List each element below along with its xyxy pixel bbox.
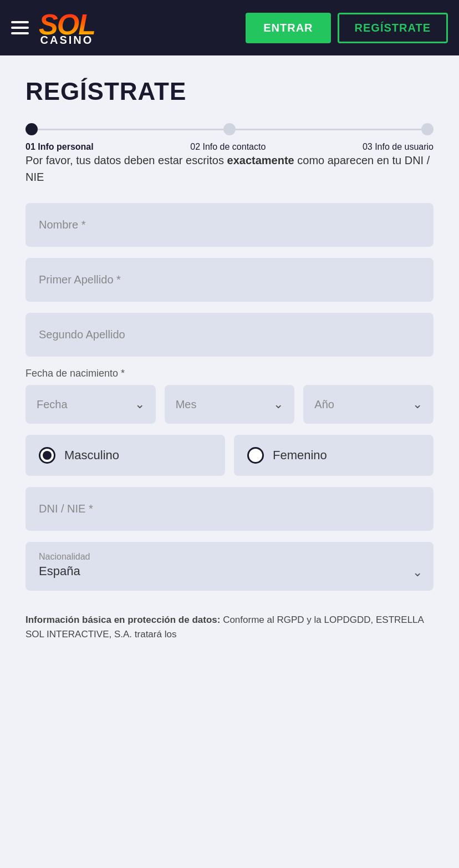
notice-bold: exactamente [227,154,294,166]
logo[interactable]: SOL CASINO [39,10,95,45]
step-2-label: 02 Info de contacto [190,142,266,152]
hamburger-line-3 [11,32,29,34]
femenino-option[interactable]: Femenino [234,435,434,476]
hamburger-line-2 [11,27,29,29]
header-left: SOL CASINO [11,10,95,45]
logo-casino: CASINO [40,34,94,45]
nacionalidad-field-label: Nacionalidad [39,552,420,562]
fecha-select[interactable]: Fecha ⌄ [26,385,156,424]
femenino-label: Femenino [273,448,327,463]
step-line-1 [38,129,223,130]
masculino-label: Masculino [64,448,119,463]
primer-apellido-input[interactable] [26,258,434,302]
primer-apellido-group [26,258,434,302]
fecha-chevron-icon: ⌄ [135,397,145,412]
segundo-apellido-group [26,313,434,357]
hamburger-menu[interactable] [11,21,29,34]
masculino-radio[interactable] [39,447,55,464]
header-buttons: ENTRAR REGÍSTRATE [246,13,448,43]
step-1-dot [26,123,38,135]
page-title: REGÍSTRATE [26,78,434,105]
masculino-option[interactable]: Masculino [26,435,225,476]
ano-select[interactable]: Año ⌄ [303,385,434,424]
stepper-dots-row [26,123,434,135]
stepper-labels-row: 01 Info personal 02 Info de contacto 03 … [26,142,434,152]
step-1-label: 01 Info personal [26,142,94,152]
hamburger-line-1 [11,21,29,23]
step-2-dot [223,123,236,135]
nacionalidad-value: España [39,564,420,578]
mes-select-label: Mes [176,398,197,411]
ano-select-label: Año [314,398,334,411]
gender-row: Masculino Femenino [26,435,434,476]
registrate-header-button[interactable]: REGÍSTRATE [338,13,448,43]
femenino-radio[interactable] [247,447,264,464]
dni-group [26,487,434,531]
step-3-label: 03 Info de usuario [363,142,434,152]
fecha-nacimiento-group: Fecha de nacimiento * Fecha ⌄ Mes ⌄ Año … [26,368,434,424]
step-3-dot [421,123,434,135]
footer-notice: Información básica en protección de dato… [26,613,434,641]
nacionalidad-chevron-icon: ⌄ [412,565,422,580]
footer-bold: Información básica en protección de dato… [26,615,220,625]
step-line-2 [236,129,421,130]
segundo-apellido-input[interactable] [26,313,434,357]
fecha-label: Fecha de nacimiento * [26,368,434,379]
mes-chevron-icon: ⌄ [273,397,283,412]
stepper: 01 Info personal 02 Info de contacto 03 … [26,123,434,152]
notice-before: Por favor, tus datos deben estar escrito… [26,154,227,166]
mes-select[interactable]: Mes ⌄ [165,385,295,424]
nombre-group [26,203,434,247]
fecha-select-label: Fecha [37,398,68,411]
ano-chevron-icon: ⌄ [412,397,422,412]
dni-input[interactable] [26,487,434,531]
nombre-input[interactable] [26,203,434,247]
date-row: Fecha ⌄ Mes ⌄ Año ⌄ [26,385,434,424]
nacionalidad-group[interactable]: Nacionalidad España ⌄ [26,542,434,591]
notice-text: Por favor, tus datos deben estar escrito… [26,152,434,185]
main-content: REGÍSTRATE 01 Info personal 02 Info de c… [0,55,459,868]
header: SOL CASINO ENTRAR REGÍSTRATE [0,0,459,55]
entrar-button[interactable]: ENTRAR [246,13,330,43]
